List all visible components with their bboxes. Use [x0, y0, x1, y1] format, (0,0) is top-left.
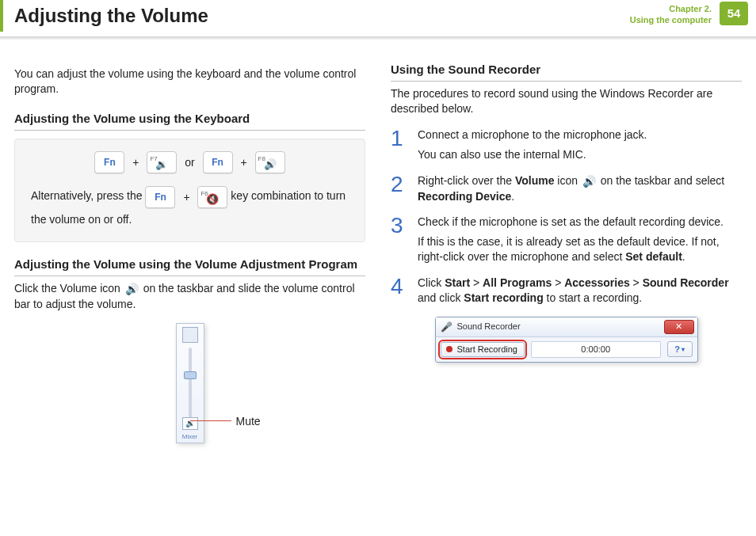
dropdown-icon: ▾	[682, 343, 685, 356]
step-1: 1 Connect a microphone to the microphone…	[391, 127, 742, 162]
bold-accessories: Accessories	[564, 276, 630, 289]
program-text: Click the Volume icon 🔊 on the taskbar a…	[14, 281, 365, 312]
volume-slider-figure: 🔉 Mixer Mute	[87, 323, 293, 443]
help-button[interactable]: ? ▾	[667, 341, 693, 357]
recorder-intro: The procedures to record sound using the…	[391, 86, 742, 116]
plus-sign: +	[183, 191, 189, 203]
step4-mid: and click	[418, 291, 464, 304]
key-combo-row: Fn + F7 🔉 or Fn + F8 🔊	[31, 150, 349, 173]
f7-key-icon: F7 🔉	[147, 151, 177, 173]
volume-popup-panel[interactable]: 🔉 Mixer	[176, 323, 204, 443]
window-titlebar[interactable]: 🎤 Sound Recorder ✕	[436, 317, 697, 337]
start-recording-button[interactable]: Start Recording	[441, 342, 525, 357]
mute-button[interactable]: 🔉	[182, 417, 198, 430]
chapter-line1: Chapter 2.	[630, 3, 712, 14]
window-title: Sound Recorder	[457, 321, 521, 333]
step-number: 3	[391, 215, 407, 264]
mute-callout-label: Mute	[236, 414, 261, 429]
speaker-icon: 🔊	[125, 282, 139, 297]
content-columns: You can adjust the volume using the keyb…	[14, 62, 742, 528]
step-number: 2	[391, 173, 407, 204]
step1-line1: Connect a microphone to the microphone j…	[418, 127, 742, 143]
alt-combo-row: Alternatively, press the Fn + F6 🔇 key c…	[31, 184, 349, 230]
section-recorder-heading: Using the Sound Recorder	[391, 62, 742, 82]
bold-set-default: Set default	[625, 250, 682, 263]
f6-key-icon: F6 🔇	[197, 186, 227, 208]
step3b-end: .	[682, 250, 685, 263]
page-number-badge: 54	[720, 2, 748, 25]
volume-slider-track[interactable]	[189, 348, 192, 419]
keyboard-shortcut-box: Fn + F7 🔉 or Fn + F8 🔊 Alternatively, pr…	[14, 139, 365, 242]
page-title: Adjusting the Volume	[14, 5, 208, 26]
section-program-heading: Adjusting the Volume using the Volume Ad…	[14, 257, 365, 276]
intro-text: You can adjust the volume using the keyb…	[14, 67, 365, 97]
step4-body: Click Start > All Programs > Accessories…	[418, 276, 742, 306]
sound-recorder-window: 🎤 Sound Recorder ✕ Start Recording 0:00:…	[435, 317, 698, 363]
step2-body: Right-click over the Volume icon 🔊 on th…	[418, 173, 742, 204]
chapter-label: Chapter 2. Using the computer	[630, 3, 712, 25]
step-number: 1	[391, 127, 407, 162]
record-dot-icon	[446, 346, 452, 352]
recorder-body: Start Recording 0:00:00 ? ▾	[436, 337, 697, 362]
chapter-line2: Using the computer	[630, 14, 712, 25]
f8-label: F8	[258, 153, 265, 165]
bold-start-recording: Start recording	[464, 291, 543, 304]
bold-start: Start	[445, 276, 470, 289]
f6-label: F6	[200, 188, 208, 200]
step4-end: to start a recording.	[544, 291, 643, 304]
step4-pre: Click	[418, 276, 445, 289]
volume-device-icon	[182, 327, 198, 343]
plus-sign: +	[132, 156, 139, 169]
f8-key-icon: F8 🔊	[255, 151, 285, 173]
bold-sound-recorder: Sound Recorder	[643, 276, 729, 289]
microphone-icon: 🎤	[441, 321, 452, 333]
step-4: 4 Click Start > All Programs > Accessori…	[391, 276, 742, 306]
page-header: Adjusting the Volume Chapter 2. Using th…	[0, 0, 756, 32]
step1-line2: You can also use the internal MIC.	[418, 147, 742, 162]
bold-all-programs: All Programs	[483, 276, 552, 289]
help-icon: ?	[674, 343, 680, 356]
step-number: 4	[391, 276, 407, 306]
recording-time-display: 0:00:00	[531, 341, 661, 358]
mute-callout-line	[190, 420, 231, 421]
header-divider	[0, 36, 756, 40]
start-recording-label: Start Recording	[457, 344, 517, 355]
volume-slider-thumb[interactable]	[184, 371, 197, 379]
section-keyboard-heading: Adjusting the Volume using the Keyboard	[14, 111, 365, 131]
step2-pre: Right-click over the	[418, 174, 515, 187]
fn-key-icon: Fn	[145, 186, 175, 208]
mixer-link[interactable]: Mixer	[177, 433, 204, 442]
step2-post: on the taskbar and select	[598, 174, 724, 187]
step2-end: .	[511, 190, 514, 203]
gt: >	[552, 276, 564, 289]
right-column: Using the Sound Recorder The procedures …	[391, 62, 742, 528]
fn-key-icon: Fn	[94, 151, 124, 173]
close-button[interactable]: ✕	[664, 320, 694, 334]
left-column: You can adjust the volume using the keyb…	[14, 62, 365, 528]
gt: >	[470, 276, 483, 289]
gt: >	[630, 276, 643, 289]
alt-pre-text: Alternatively, press the	[31, 189, 145, 202]
fn-key-icon: Fn	[203, 151, 233, 173]
step2-mid: icon	[554, 174, 580, 187]
step-2: 2 Right-click over the Volume icon 🔊 on …	[391, 173, 742, 204]
program-pre-text: Click the Volume icon	[14, 282, 124, 295]
step-3: 3 Check if the microphone is set as the …	[391, 215, 742, 264]
bold-volume: Volume	[515, 174, 555, 187]
bold-recording-device: Recording Device	[418, 190, 511, 203]
step3-line1: Check if the microphone is set as the de…	[418, 215, 742, 230]
speaker-icon: 🔊	[582, 174, 596, 189]
step3-line2: If this is the case, it is already set a…	[418, 234, 742, 264]
f7-label: F7	[150, 153, 157, 165]
or-text: or	[185, 156, 194, 169]
plus-sign: +	[241, 156, 247, 169]
